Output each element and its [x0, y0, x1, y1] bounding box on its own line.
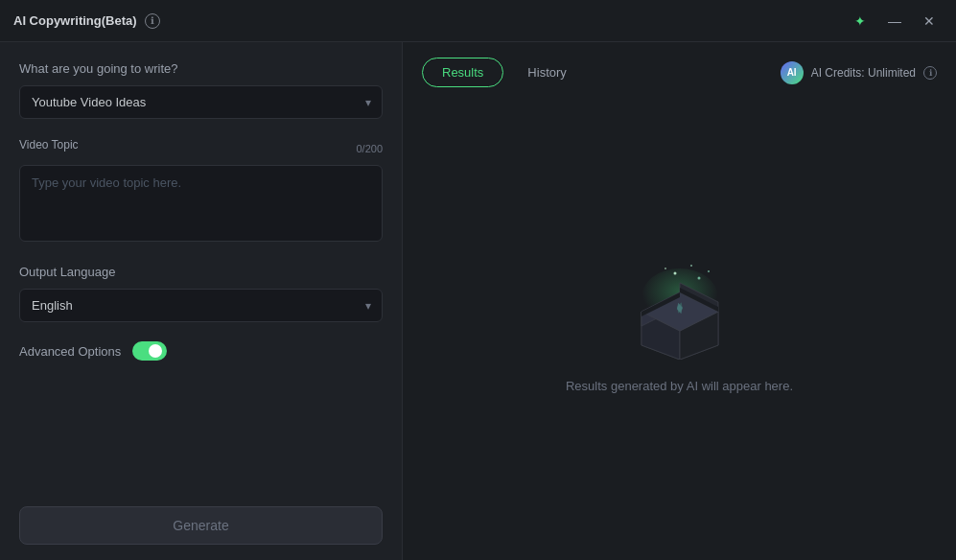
- left-panel: What are you going to write? Youtube Vid…: [0, 42, 403, 560]
- title-bar: AI Copywriting(Beta) ℹ ✦ — ✕: [0, 0, 956, 42]
- app-title: AI Copywriting(Beta): [13, 13, 137, 28]
- tab-results[interactable]: Results: [422, 58, 503, 87]
- box-illustration: [622, 254, 737, 360]
- right-header: Results History AI AI Credits: Unlimited…: [422, 58, 937, 87]
- language-wrapper: English Spanish French German Chinese ▾: [19, 289, 383, 322]
- ai-avatar: AI: [781, 61, 804, 84]
- info-icon[interactable]: ℹ: [145, 13, 160, 29]
- tab-history[interactable]: History: [507, 58, 586, 87]
- what-label: What are you going to write?: [19, 61, 383, 76]
- advanced-options-label: Advanced Options: [19, 344, 121, 359]
- svg-point-13: [708, 270, 710, 272]
- video-topic-label-row: Video Topic 0/200: [19, 138, 383, 159]
- empty-state: Results generated by AI will appear here…: [422, 106, 937, 541]
- form-section: What are you going to write? Youtube Vid…: [19, 61, 383, 506]
- star-button[interactable]: ✦: [847, 8, 874, 35]
- output-language-label: Output Language: [19, 265, 383, 279]
- empty-state-text: Results generated by AI will appear here…: [566, 379, 793, 393]
- title-bar-controls: ✦ — ✕: [847, 8, 943, 35]
- right-panel: Results History AI AI Credits: Unlimited…: [403, 42, 956, 560]
- ai-credits: AI AI Credits: Unlimited ℹ: [781, 61, 937, 84]
- content-type-select[interactable]: Youtube Video Ideas Blog Post Social Med…: [19, 85, 383, 119]
- svg-point-11: [697, 277, 700, 280]
- toggle-slider: [132, 341, 167, 361]
- language-select[interactable]: English Spanish French German Chinese: [19, 289, 383, 322]
- tabs-row: Results History: [422, 58, 587, 87]
- content-type-wrapper: Youtube Video Ideas Blog Post Social Med…: [19, 85, 383, 119]
- advanced-options-row: Advanced Options: [19, 341, 383, 361]
- credits-info-icon[interactable]: ℹ: [923, 66, 937, 80]
- char-count: 0/200: [356, 143, 383, 154]
- credits-label: AI Credits: Unlimited: [811, 66, 916, 80]
- svg-point-12: [665, 268, 666, 269]
- video-topic-input[interactable]: [19, 165, 383, 242]
- svg-point-10: [690, 265, 692, 267]
- close-button[interactable]: ✕: [916, 8, 943, 35]
- generate-button[interactable]: Generate: [19, 506, 383, 545]
- video-topic-label: Video Topic: [19, 138, 79, 152]
- advanced-options-toggle[interactable]: [132, 341, 167, 361]
- main-layout: What are you going to write? Youtube Vid…: [0, 42, 956, 560]
- video-topic-wrapper: [19, 165, 383, 245]
- svg-point-9: [673, 272, 676, 275]
- title-bar-left: AI Copywriting(Beta) ℹ: [13, 13, 160, 29]
- minimize-button[interactable]: —: [881, 8, 908, 35]
